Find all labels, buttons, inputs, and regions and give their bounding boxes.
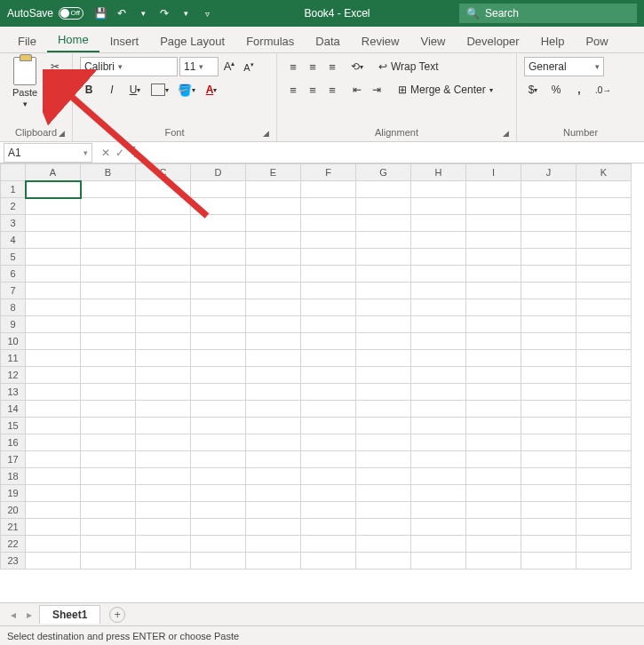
cell[interactable] [521,232,576,249]
cell[interactable] [356,553,411,569]
cell[interactable] [466,215,521,232]
row-header[interactable]: 14 [1,401,26,418]
cell[interactable] [576,519,632,536]
search-input[interactable]: 🔍 Search [459,4,637,23]
sheet-nav-prev[interactable]: ◂ [7,609,20,621]
cell[interactable] [576,232,632,249]
row-header[interactable]: 15 [1,418,26,434]
cell[interactable] [136,384,191,401]
cell[interactable] [466,519,521,536]
cell[interactable] [356,232,411,249]
cell[interactable] [81,299,136,316]
cell[interactable] [26,266,81,283]
align-top-button[interactable]: ≡ [284,57,302,76]
add-sheet-button[interactable]: + [109,607,125,623]
cell[interactable] [246,519,301,536]
cell[interactable] [356,451,411,468]
cell[interactable] [301,350,356,367]
cell[interactable] [246,468,301,485]
cell[interactable] [26,316,81,333]
cell[interactable] [191,232,246,249]
cell[interactable] [246,502,301,519]
cell[interactable] [576,198,632,215]
cell[interactable] [576,468,632,485]
cell[interactable] [356,384,411,401]
orientation-button[interactable]: ⟲▾ [348,57,366,76]
cell[interactable] [191,536,246,553]
cell[interactable] [521,485,576,502]
cell[interactable] [81,249,136,266]
cell[interactable] [26,283,81,299]
wrap-text-button[interactable]: ↩ Wrap Text [373,57,444,76]
cell[interactable] [136,418,191,434]
cell[interactable] [411,181,466,198]
cell[interactable] [521,401,576,418]
cell[interactable] [246,350,301,367]
cell[interactable] [521,519,576,536]
cell[interactable] [411,215,466,232]
cell[interactable] [81,519,136,536]
cell[interactable] [521,350,576,367]
cell[interactable] [81,181,136,198]
comma-format-button[interactable]: , [570,80,588,100]
cell[interactable] [191,333,246,350]
row-header[interactable]: 3 [1,215,26,232]
cell[interactable] [81,536,136,553]
cell[interactable] [136,232,191,249]
cell[interactable] [301,266,356,283]
cell[interactable] [81,401,136,418]
cell[interactable] [466,468,521,485]
cell[interactable] [576,299,632,316]
cell[interactable] [301,232,356,249]
cell[interactable] [576,485,632,502]
cell[interactable] [356,266,411,283]
cell[interactable] [466,502,521,519]
cell[interactable] [576,418,632,434]
cell[interactable] [136,181,191,198]
column-header[interactable]: H [411,164,466,181]
cell[interactable] [191,519,246,536]
tab-review[interactable]: Review [351,29,410,52]
cell[interactable] [191,418,246,434]
increase-indent-button[interactable]: ⇥ [368,80,386,100]
cell[interactable] [411,468,466,485]
cell[interactable] [136,367,191,384]
cell[interactable] [246,384,301,401]
cell[interactable] [81,553,136,569]
cell[interactable] [521,181,576,198]
cell[interactable] [576,283,632,299]
cell[interactable] [466,418,521,434]
cell[interactable] [466,451,521,468]
cell[interactable] [191,299,246,316]
cell[interactable] [466,350,521,367]
cell[interactable] [411,384,466,401]
cell[interactable] [301,198,356,215]
cell[interactable] [246,266,301,283]
row-header[interactable]: 4 [1,232,26,249]
format-painter-button[interactable]: 🖌 [46,100,64,119]
cell[interactable] [26,434,81,451]
cell[interactable] [136,249,191,266]
cell[interactable] [411,232,466,249]
tab-home[interactable]: Home [47,28,99,52]
cell[interactable] [411,434,466,451]
name-box[interactable]: A1 ▾ [4,143,92,163]
cell[interactable] [356,198,411,215]
cell[interactable] [246,316,301,333]
cell[interactable] [521,283,576,299]
column-header[interactable]: E [246,164,301,181]
italic-button[interactable]: I [103,80,121,100]
cell[interactable] [26,451,81,468]
redo-icon[interactable]: ↷ [156,5,172,21]
cell[interactable] [466,181,521,198]
chevron-down-icon[interactable]: ▾ [135,5,151,21]
cell[interactable] [26,215,81,232]
cell[interactable] [81,283,136,299]
cell[interactable] [356,519,411,536]
cell[interactable] [191,502,246,519]
cell[interactable] [521,215,576,232]
cell[interactable] [301,434,356,451]
cell[interactable] [521,198,576,215]
percent-format-button[interactable]: % [547,80,565,100]
cell[interactable] [576,553,632,569]
